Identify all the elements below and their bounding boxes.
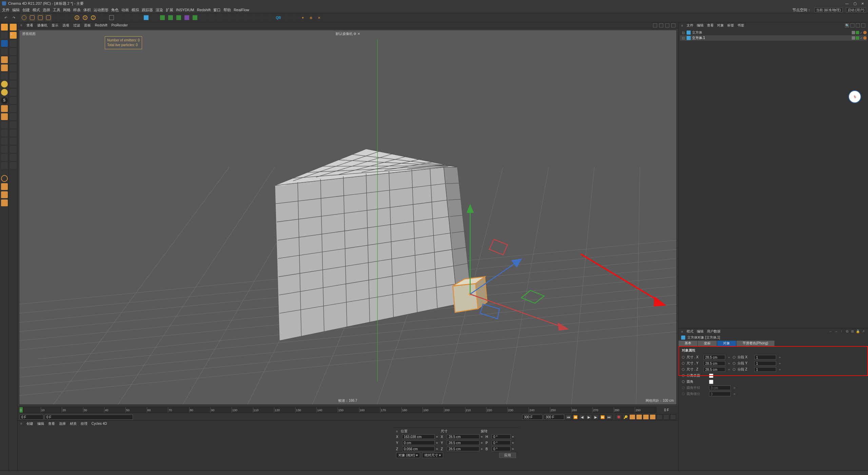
- menu-item[interactable]: 模式: [33, 7, 40, 13]
- tool-icon[interactable]: [10, 113, 17, 120]
- menu-item[interactable]: 创建: [22, 7, 30, 13]
- extra-icon[interactable]: [267, 14, 274, 21]
- tool[interactable]: [1, 146, 8, 153]
- attr-menu-item[interactable]: 用户数据: [707, 329, 721, 334]
- menu-item[interactable]: 动画: [121, 7, 129, 13]
- proj-end-input[interactable]: [544, 415, 564, 420]
- attr-tab-phong[interactable]: 平滑着色(Phong): [736, 341, 774, 346]
- light-icon[interactable]: [216, 14, 223, 21]
- step-back[interactable]: ◀: [579, 414, 585, 420]
- tool[interactable]: [1, 105, 8, 112]
- menu-item[interactable]: 工具: [53, 7, 60, 13]
- nodespace-combo[interactable]: 当前 (标准/物理): [814, 7, 842, 13]
- tool-icon[interactable]: [10, 24, 17, 31]
- attr-tab-object[interactable]: 对象: [717, 341, 736, 346]
- tool[interactable]: [1, 121, 8, 128]
- extra-icon[interactable]: [291, 14, 298, 21]
- record-button[interactable]: [616, 414, 622, 420]
- key-opts[interactable]: [643, 414, 649, 420]
- snap-s[interactable]: [1, 81, 8, 88]
- subdiv-icon[interactable]: [159, 14, 166, 21]
- menu-item[interactable]: 窗口: [213, 7, 221, 13]
- pos-x-input[interactable]: [402, 434, 435, 439]
- menu-item[interactable]: RealFlow: [234, 8, 249, 12]
- tool-icon[interactable]: [10, 40, 17, 47]
- seg-y-input[interactable]: [754, 361, 776, 366]
- render-settings[interactable]: [132, 14, 140, 21]
- extra-icon[interactable]: [242, 14, 250, 21]
- tool[interactable]: [1, 130, 8, 136]
- render-region[interactable]: [116, 14, 123, 21]
- extra-icon[interactable]: ⊕: [307, 14, 315, 21]
- size-x-input2[interactable]: [447, 434, 479, 439]
- tool-icon[interactable]: [10, 154, 17, 161]
- extra-icon[interactable]: [283, 14, 290, 21]
- nav-tool[interactable]: [1, 191, 8, 198]
- axis-y-toggle[interactable]: Y: [81, 14, 89, 21]
- camera-icon[interactable]: [208, 14, 215, 21]
- rot-h-input[interactable]: [492, 434, 511, 439]
- key-opts[interactable]: [650, 414, 656, 420]
- tool-icon[interactable]: [10, 146, 17, 153]
- attr-menu-item[interactable]: 模式: [687, 329, 693, 334]
- mat-tab[interactable]: 材质: [70, 421, 77, 426]
- play-fwd[interactable]: ▶: [593, 414, 599, 420]
- object-manager[interactable]: ⊟ 立方体 ✓ ⊟ 立方体.1 ✓: [678, 28, 868, 328]
- omgr-menu-item[interactable]: 文件: [687, 23, 693, 28]
- mat-tab[interactable]: 查看: [48, 421, 55, 426]
- tool-icon[interactable]: [10, 89, 17, 96]
- deformer-icon[interactable]: [183, 14, 191, 21]
- seg-z-input[interactable]: [754, 367, 776, 372]
- pen-tool[interactable]: [151, 14, 158, 21]
- search-icon[interactable]: 🔍: [845, 23, 849, 27]
- fillet-checkbox[interactable]: [709, 380, 713, 384]
- axis-x-toggle[interactable]: X: [73, 14, 81, 21]
- undo-button[interactable]: ↶: [2, 14, 9, 21]
- pos-z-input[interactable]: [402, 446, 435, 451]
- menu-item[interactable]: INSYDIUM: [176, 8, 194, 12]
- apply-button[interactable]: 应用: [499, 453, 516, 458]
- redo-button[interactable]: ↷: [10, 14, 18, 21]
- menu-item[interactable]: 角色: [111, 7, 119, 13]
- pos-y-input[interactable]: [402, 440, 435, 445]
- tool[interactable]: [1, 138, 8, 145]
- phong-tag-icon[interactable]: [863, 31, 867, 34]
- nav-tool[interactable]: [1, 183, 8, 190]
- tool-icon[interactable]: [10, 162, 17, 169]
- omgr-menu-item[interactable]: 查看: [707, 23, 714, 28]
- cube-primitive[interactable]: [142, 14, 150, 21]
- nav-fwd[interactable]: →: [834, 329, 838, 334]
- omgr-menu-item[interactable]: 书签: [737, 23, 744, 28]
- vp-menu-item[interactable]: 过滤: [73, 23, 80, 28]
- icon[interactable]: ⊞: [850, 329, 854, 334]
- tool-icon[interactable]: [10, 73, 17, 79]
- step-fwd[interactable]: ⏩: [599, 414, 606, 420]
- tool[interactable]: [1, 154, 8, 161]
- key-opts[interactable]: [636, 414, 642, 420]
- snap-s2[interactable]: [1, 89, 8, 96]
- sepsurf-checkbox[interactable]: [709, 374, 713, 378]
- mat-tab[interactable]: Cycles 4D: [92, 422, 107, 425]
- vp-menu-item[interactable]: Redshift: [95, 23, 107, 27]
- tool[interactable]: [1, 162, 8, 169]
- vp-icon[interactable]: [659, 23, 663, 27]
- object-row[interactable]: ⊟ 立方体 ✓: [680, 30, 867, 35]
- scene-icon[interactable]: [199, 14, 207, 21]
- render-view[interactable]: [108, 14, 115, 21]
- menu-item[interactable]: 体积: [83, 7, 91, 13]
- tool-icon[interactable]: [10, 138, 17, 145]
- menu-item[interactable]: 运动图形: [94, 7, 108, 13]
- viewport[interactable]: 透视视图 默认摄像机 ⚙ ✕ Number of emitters: 0 Tot…: [19, 30, 677, 405]
- extra-icon[interactable]: QR: [275, 14, 282, 21]
- vp-menu-item[interactable]: 选项: [62, 23, 69, 28]
- filter-icon[interactable]: [850, 23, 854, 27]
- material-area[interactable]: [18, 426, 678, 471]
- lock-icon[interactable]: 🔒: [856, 329, 860, 334]
- vp-icon[interactable]: [653, 23, 657, 27]
- range-end-input[interactable]: [522, 415, 542, 420]
- rot-b-input[interactable]: [492, 446, 511, 451]
- tool-icon[interactable]: [10, 105, 17, 112]
- model-mode[interactable]: [1, 24, 8, 31]
- generator-icon[interactable]: [167, 14, 174, 21]
- edge-mode[interactable]: [1, 56, 8, 63]
